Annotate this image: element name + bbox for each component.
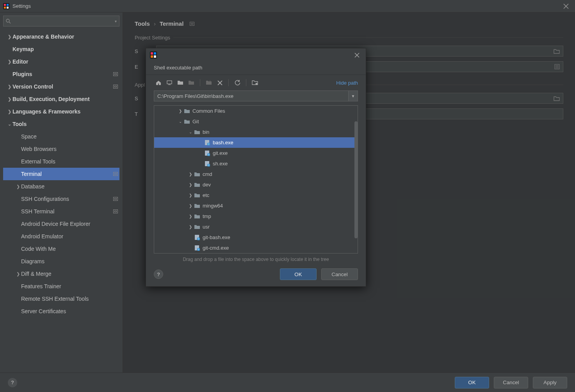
dialog-help-button[interactable]: ? bbox=[154, 270, 163, 279]
dialog-cancel-button[interactable]: Cancel bbox=[321, 268, 358, 280]
tree-row-label: dev bbox=[203, 182, 211, 188]
tree-row-git-cmd-exe[interactable]: ?git-cmd.exe bbox=[154, 243, 358, 253]
sidebar-search[interactable]: ▾ bbox=[3, 16, 119, 27]
sidebar-item-label: SSH Terminal bbox=[21, 208, 111, 215]
sidebar-item-label: Server Certificates bbox=[21, 308, 118, 314]
home-button[interactable] bbox=[154, 78, 163, 87]
sidebar-item-label: Features Trainer bbox=[21, 283, 118, 289]
tree-row-bin[interactable]: ⌄bin bbox=[154, 127, 358, 137]
sidebar-item-diff-merge[interactable]: ❯Diff & Merge bbox=[3, 268, 119, 280]
app-logo-icon bbox=[3, 3, 9, 9]
path-input[interactable] bbox=[154, 90, 349, 101]
sidebar-item-database[interactable]: ❯Database bbox=[3, 180, 119, 193]
sidebar-item-label: Build, Execution, Deployment bbox=[12, 96, 118, 102]
folder-icon bbox=[194, 182, 200, 188]
sidebar-item-external-tools[interactable]: External Tools bbox=[3, 155, 119, 168]
chevron-icon: ❯ bbox=[188, 225, 193, 229]
sidebar-search-input[interactable] bbox=[12, 18, 115, 24]
sidebar-item-keymap[interactable]: Keymap bbox=[3, 43, 119, 55]
dialog-ok-button[interactable]: OK bbox=[280, 268, 317, 280]
project-scope-icon bbox=[113, 197, 118, 201]
sidebar-item-label: Database bbox=[21, 183, 118, 190]
dialog-close-button[interactable] bbox=[352, 52, 362, 59]
folder-icon bbox=[184, 108, 190, 114]
ok-button[interactable]: OK bbox=[455, 377, 489, 388]
chevron-icon: ❯ bbox=[15, 184, 21, 189]
tree-row-sh-exe[interactable]: ?sh.exe bbox=[154, 158, 358, 169]
sidebar-item-plugins[interactable]: Plugins bbox=[3, 68, 119, 80]
sidebar-item-version-control[interactable]: ❯Version Control bbox=[3, 80, 119, 93]
path-history-dropdown[interactable]: ▼ bbox=[349, 90, 358, 101]
sidebar-item-editor[interactable]: ❯Editor bbox=[3, 55, 119, 68]
dialog-hint: Drag and drop a file into the space abov… bbox=[146, 254, 366, 264]
folder-icon bbox=[194, 203, 200, 209]
cancel-button[interactable]: Cancel bbox=[494, 377, 528, 388]
exe-icon: ? bbox=[194, 234, 200, 241]
sidebar-item-label: Diagrams bbox=[21, 258, 118, 264]
sidebar-item-tools[interactable]: ⌄Tools bbox=[3, 118, 119, 130]
chevron-icon: ❯ bbox=[178, 109, 183, 113]
help-button[interactable]: ? bbox=[8, 378, 17, 387]
exe-icon: ? bbox=[204, 150, 210, 156]
tree-row-dev[interactable]: ❯dev bbox=[154, 179, 358, 190]
tree-row-label: Git bbox=[192, 119, 199, 124]
project-dir-button[interactable] bbox=[176, 78, 185, 87]
project-scope-icon bbox=[113, 72, 118, 76]
sidebar-item-remote-ssh-external-tools[interactable]: Remote SSH External Tools bbox=[3, 293, 119, 305]
tree-row-label: mingw64 bbox=[203, 203, 223, 209]
svg-rect-20 bbox=[167, 81, 172, 84]
delete-button[interactable] bbox=[215, 78, 224, 87]
folder-icon bbox=[194, 129, 200, 135]
svg-point-26 bbox=[256, 83, 258, 85]
tree-row-label: tmp bbox=[203, 213, 211, 219]
tree-row-bash-exe[interactable]: ?bash.exe bbox=[154, 137, 358, 148]
chevron-icon: ❯ bbox=[6, 59, 12, 64]
tree-row-etc[interactable]: ❯etc bbox=[154, 190, 358, 200]
sidebar-item-label: Android Emulator bbox=[21, 233, 118, 239]
project-scope-icon bbox=[113, 85, 118, 89]
sidebar-item-space[interactable]: Space bbox=[3, 130, 119, 143]
sidebar-item-label: Tools bbox=[12, 121, 118, 127]
svg-rect-3 bbox=[4, 7, 6, 9]
tree-scrollbar[interactable] bbox=[354, 121, 358, 238]
sidebar-item-build-execution-deployment[interactable]: ❯Build, Execution, Deployment bbox=[3, 93, 119, 105]
sidebar-item-languages-frameworks[interactable]: ❯Languages & Frameworks bbox=[3, 105, 119, 118]
tree-row-git-exe[interactable]: ?git.exe bbox=[154, 148, 358, 158]
svg-rect-2 bbox=[7, 4, 9, 6]
sidebar-item-android-device-file-explorer[interactable]: Android Device File Explorer bbox=[3, 218, 119, 230]
sidebar-item-diagrams[interactable]: Diagrams bbox=[3, 255, 119, 268]
svg-rect-14 bbox=[151, 52, 153, 55]
tree-row-git[interactable]: ⌄Git bbox=[154, 116, 358, 127]
tree-row-cmd[interactable]: ❯cmd bbox=[154, 169, 358, 179]
file-tree[interactable]: ❯Common Files⌄Git⌄bin?bash.exe?git.exe?s… bbox=[154, 105, 358, 254]
folder-icon bbox=[194, 224, 200, 230]
tree-row-common-files[interactable]: ❯Common Files bbox=[154, 106, 358, 116]
apply-button[interactable]: Apply bbox=[533, 377, 567, 388]
tree-row-usr[interactable]: ❯usr bbox=[154, 222, 358, 232]
refresh-button[interactable] bbox=[233, 78, 242, 87]
show-hidden-button[interactable] bbox=[250, 78, 260, 87]
desktop-button[interactable] bbox=[165, 78, 174, 87]
sidebar-item-terminal[interactable]: Terminal bbox=[3, 168, 119, 180]
sidebar-item-web-browsers[interactable]: Web Browsers bbox=[3, 143, 119, 155]
sidebar-item-label: Android Device File Explorer bbox=[21, 221, 118, 227]
tree-row-label: etc bbox=[203, 192, 209, 198]
sidebar-item-server-certificates[interactable]: Server Certificates bbox=[3, 305, 119, 318]
chevron-icon: ❯ bbox=[6, 109, 12, 114]
tree-row-license-txt[interactable]: LICENSE.txt bbox=[154, 253, 358, 254]
sidebar-item-features-trainer[interactable]: Features Trainer bbox=[3, 280, 119, 293]
hide-path-link[interactable]: Hide path bbox=[336, 80, 358, 86]
tree-row-mingw64[interactable]: ❯mingw64 bbox=[154, 200, 358, 211]
tree-row-git-bash-exe[interactable]: ?git-bash.exe bbox=[154, 232, 358, 243]
chevron-down-icon: ▾ bbox=[115, 19, 117, 23]
chevron-icon: ❯ bbox=[188, 183, 193, 187]
sidebar-item-ssh-terminal[interactable]: SSH Terminal bbox=[3, 205, 119, 218]
chevron-icon: ⌄ bbox=[178, 119, 183, 124]
sidebar-item-code-with-me[interactable]: Code With Me bbox=[3, 243, 119, 255]
window-close-button[interactable] bbox=[560, 2, 572, 11]
tree-row-tmp[interactable]: ❯tmp bbox=[154, 211, 358, 222]
chevron-icon: ❯ bbox=[188, 214, 193, 218]
sidebar-item-ssh-configurations[interactable]: SSH Configurations bbox=[3, 193, 119, 205]
sidebar-item-appearance-behavior[interactable]: ❯Appearance & Behavior bbox=[3, 30, 119, 43]
sidebar-item-android-emulator[interactable]: Android Emulator bbox=[3, 230, 119, 243]
